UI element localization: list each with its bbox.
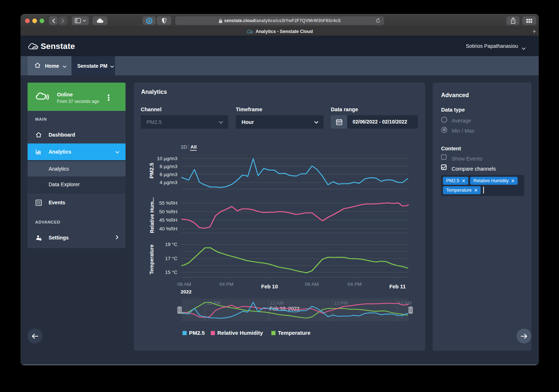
- svg-text:PM2.5: PM2.5: [189, 330, 205, 336]
- svg-text:Relative Humidity: Relative Humidity: [217, 330, 263, 336]
- svg-text:55 %RH: 55 %RH: [159, 200, 177, 206]
- svg-text:04 PM: 04 PM: [219, 282, 234, 287]
- svg-text:12 PM: 12 PM: [334, 300, 348, 306]
- svg-text:4 µg/m3: 4 µg/m3: [160, 180, 177, 185]
- svg-text:15 °C: 15 °C: [165, 270, 177, 275]
- svg-text:17 °C: 17 °C: [165, 256, 177, 261]
- svg-text:04 PM: 04 PM: [348, 282, 362, 287]
- svg-text:Temperature: Temperature: [278, 330, 311, 336]
- svg-text:Feb 11: Feb 11: [389, 284, 406, 289]
- svg-text:Temperature: Temperature: [149, 244, 155, 274]
- svg-text:50 %RH: 50 %RH: [159, 209, 177, 214]
- svg-text:08 AM: 08 AM: [305, 282, 318, 287]
- svg-text:12 AM: 12 AM: [270, 300, 284, 306]
- svg-text:Relative Hum...: Relative Hum...: [149, 197, 155, 233]
- svg-text:Feb 10: Feb 10: [261, 284, 278, 289]
- svg-text:45 %RH: 45 %RH: [159, 217, 177, 223]
- svg-text:10 µg/m3: 10 µg/m3: [157, 156, 177, 161]
- svg-text:PM2.5: PM2.5: [148, 163, 155, 178]
- svg-text:1D: 1D: [181, 144, 187, 150]
- svg-text:08 AM: 08 AM: [177, 282, 191, 287]
- svg-text:19 °C: 19 °C: [165, 242, 177, 247]
- svg-text:2022: 2022: [181, 289, 192, 295]
- svg-text:40 %RH: 40 %RH: [159, 226, 177, 232]
- svg-text:6 µg/m3: 6 µg/m3: [160, 172, 177, 177]
- svg-text:8 µg/m3: 8 µg/m3: [160, 164, 177, 169]
- svg-text:All: All: [190, 144, 197, 150]
